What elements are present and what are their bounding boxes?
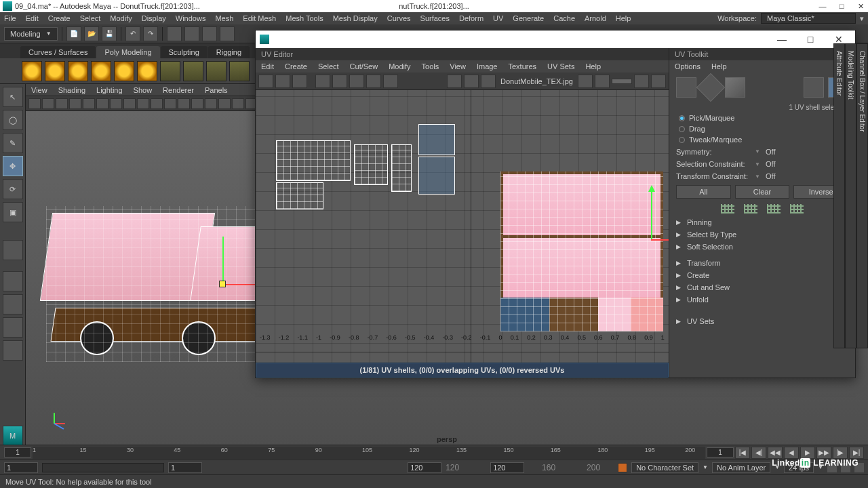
uved-menu-image[interactable]: Image — [477, 62, 498, 70]
uvtk-radio-pick[interactable]: Pick/Marquee — [669, 113, 855, 123]
uv-window-titlebar[interactable]: — □ ✕ — [256, 30, 855, 48]
uvtk-menu-options[interactable]: Options — [675, 62, 701, 70]
autokey-icon[interactable] — [618, 463, 627, 472]
minimize-button[interactable]: — — [818, 2, 827, 11]
rotate-tool[interactable]: ⟳ — [3, 179, 23, 199]
time-slider-track[interactable]: 1 15 30 45 60 75 90 105 120 135 150 165 … — [33, 447, 705, 459]
select-by-component-icon[interactable] — [202, 26, 217, 41]
play-forward-icon[interactable]: ▶ — [800, 447, 815, 459]
uved-tool[interactable] — [595, 75, 610, 88]
shelf-button[interactable] — [114, 61, 134, 81]
section-pinning[interactable]: ▶Pinning — [669, 216, 855, 228]
playback-end-field[interactable]: 120 — [408, 462, 441, 473]
uved-tool[interactable] — [275, 75, 290, 88]
anim-end-field[interactable]: 120 — [490, 462, 524, 473]
select-clear-button[interactable]: Clear — [735, 185, 790, 199]
image-display-icon[interactable] — [447, 75, 462, 88]
uved-menu-edit[interactable]: Edit — [261, 62, 274, 70]
time-slider[interactable]: 1 1 15 30 45 60 75 90 105 120 135 150 16… — [0, 445, 868, 460]
vp-icon[interactable] — [42, 98, 54, 109]
anim-start-field[interactable]: 1 — [4, 462, 38, 473]
step-forward-icon[interactable]: ▶▶ — [816, 447, 831, 459]
select-by-hierarchy-icon[interactable] — [167, 26, 182, 41]
shelf-tab-rigging[interactable]: Rigging — [208, 46, 250, 58]
checker-icon[interactable] — [464, 75, 479, 88]
play-back-icon[interactable]: ◀ — [784, 447, 799, 459]
vp-icon[interactable] — [56, 98, 68, 109]
vp-icon[interactable] — [151, 98, 163, 109]
new-scene-icon[interactable]: 📄 — [66, 26, 81, 41]
uved-menu-cutsew[interactable]: Cut/Sew — [350, 62, 378, 70]
save-scene-icon[interactable]: 💾 — [102, 26, 117, 41]
vp-icon[interactable] — [164, 98, 176, 109]
selection-constraint-value[interactable]: Off — [766, 160, 797, 168]
exposure-slider[interactable] — [612, 79, 632, 84]
menu-surfaces[interactable]: Surfaces — [420, 14, 450, 22]
undo-icon[interactable]: ↶ — [125, 26, 140, 41]
vp-menu-shading[interactable]: Shading — [58, 86, 85, 94]
vp-icon[interactable] — [110, 98, 122, 109]
vp-icon[interactable] — [205, 98, 217, 109]
section-uv-sets[interactable]: ▶UV Sets — [669, 315, 855, 327]
vp-icon[interactable] — [123, 98, 136, 109]
select-by-object-icon[interactable] — [184, 26, 199, 41]
uved-tool[interactable] — [366, 75, 381, 88]
last-tool[interactable] — [3, 240, 23, 260]
maximize-button[interactable]: □ — [837, 2, 846, 11]
vp-icon[interactable] — [83, 98, 95, 109]
symmetry-value[interactable]: Off — [766, 148, 797, 156]
lasso-tool[interactable]: ◯ — [3, 110, 23, 130]
go-to-end-icon[interactable]: ▶| — [849, 447, 864, 459]
uved-tool[interactable] — [315, 75, 330, 88]
convert-icon[interactable] — [744, 204, 757, 214]
uved-tool[interactable] — [578, 75, 593, 88]
shelf-button[interactable] — [137, 61, 157, 81]
shelf-button[interactable] — [206, 61, 226, 81]
select-tool[interactable]: ↖ — [3, 87, 23, 107]
step-back-icon[interactable]: ◀◀ — [768, 447, 783, 459]
menu-modify[interactable]: Modify — [110, 14, 132, 22]
menu-windows[interactable]: Windows — [176, 14, 206, 22]
menu-mesh-tools[interactable]: Mesh Tools — [285, 14, 323, 22]
step-back-key-icon[interactable]: ◀| — [751, 447, 766, 459]
vp-menu-show[interactable]: Show — [134, 86, 153, 94]
shelf-button[interactable] — [22, 61, 42, 81]
uved-menu-select[interactable]: Select — [318, 62, 339, 70]
uved-menu-tools[interactable]: Tools — [422, 62, 439, 70]
shelf-button[interactable] — [183, 61, 203, 81]
menu-mesh-display[interactable]: Mesh Display — [333, 14, 378, 22]
uved-menu-textures[interactable]: Textures — [508, 62, 536, 70]
convert-icon[interactable] — [767, 204, 781, 214]
uvtk-mode-uv-icon[interactable] — [804, 77, 824, 98]
uved-tool[interactable] — [292, 75, 307, 88]
layout-single-icon[interactable] — [3, 271, 23, 291]
scale-tool[interactable]: ▣ — [3, 202, 23, 222]
character-set-dropdown[interactable]: No Character Set — [631, 462, 698, 473]
dock-modeling-toolkit[interactable]: Modeling Toolkit — [845, 43, 856, 348]
menu-help[interactable]: Help — [616, 14, 631, 22]
menu-set-dropdown[interactable]: Modeling▼ — [4, 27, 58, 41]
uvtk-menu-help[interactable]: Help — [711, 62, 727, 70]
menu-edit[interactable]: Edit — [26, 14, 39, 22]
uved-menu-uvsets[interactable]: UV Sets — [547, 62, 574, 70]
dim-image-icon[interactable] — [481, 75, 496, 88]
vp-menu-renderer[interactable]: Renderer — [163, 86, 194, 94]
vp-icon[interactable] — [28, 98, 41, 109]
shelf-button[interactable] — [160, 61, 180, 81]
menu-select[interactable]: Select — [80, 14, 101, 22]
vp-menu-lighting[interactable]: Lighting — [96, 86, 123, 94]
uved-tool[interactable] — [349, 75, 364, 88]
uved-tool[interactable] — [634, 75, 649, 88]
layout-outliner-icon[interactable] — [3, 317, 23, 338]
uved-menu-create[interactable]: Create — [285, 62, 307, 70]
end-frame-field[interactable]: 1 — [707, 447, 734, 458]
convert-icon[interactable] — [721, 204, 734, 214]
shelf-tab-sculpting[interactable]: Sculpting — [161, 46, 208, 58]
vp-icon[interactable] — [178, 98, 190, 109]
section-soft-selection[interactable]: ▶Soft Selection — [669, 241, 855, 253]
dock-attribute-editor[interactable]: Attribute Editor — [833, 43, 845, 348]
uvtk-radio-tweak[interactable]: Tweak/Marquee — [669, 134, 855, 145]
uvtk-mode-edge-icon[interactable] — [696, 73, 725, 102]
uved-menu-help[interactable]: Help — [585, 62, 601, 70]
step-forward-key-icon[interactable]: |▶ — [833, 447, 848, 459]
